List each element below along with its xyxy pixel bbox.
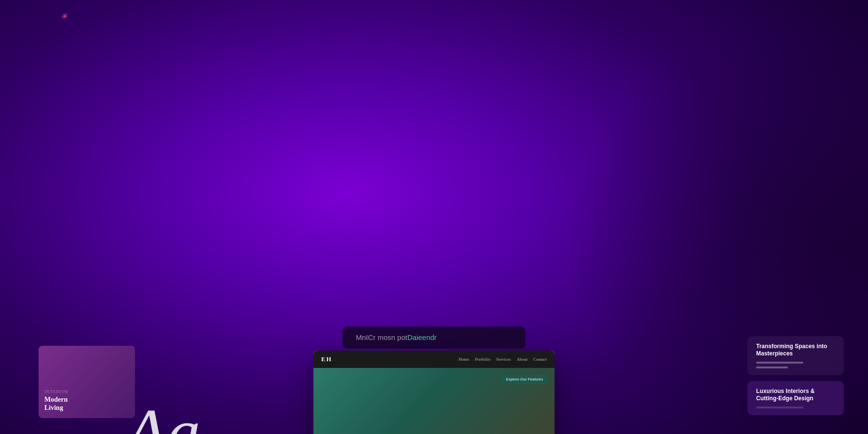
- right-card-1-title: Transforming Spaces into Masterpieces: [756, 343, 835, 358]
- mockup-header: EH Home Portfolio Services About Contact: [313, 351, 555, 368]
- search-bar[interactable]: MnICr mosn potDaieendr: [342, 326, 526, 349]
- right-card-1: Transforming Spaces into Masterpieces: [747, 336, 844, 375]
- left-card: INTERIOR ModernLiving: [39, 346, 135, 418]
- logo-star-icon: ✳: [60, 12, 68, 22]
- typography-aa: Aa: [125, 399, 201, 434]
- right-card-1-line: [756, 362, 803, 364]
- search-text: MnICr mosn potDaieendr: [356, 333, 437, 341]
- mockup-logo: EH: [321, 355, 332, 363]
- typography-preview: Aa 123: [125, 399, 201, 434]
- mockup-explore-button: Explore Our Features: [502, 375, 548, 384]
- left-card-category: INTERIOR: [44, 389, 129, 394]
- mockup-body: Explore Our Features DISCOVER YOUR DREAM…: [313, 368, 555, 434]
- right-card-2-title: Luxurious Interiors & Cutting-Edge Desig…: [756, 388, 835, 403]
- right-card-2-line: [756, 407, 803, 408]
- mockup-nav-home: Home: [459, 357, 469, 362]
- left-card-heading: ModernLiving: [44, 396, 129, 412]
- mockup-nav-contact: Contact: [533, 357, 547, 362]
- mockup-nav-portfolio: Portfolio: [475, 357, 490, 362]
- right-card-2: Luxurious Interiors & Cutting-Edge Desig…: [747, 381, 844, 415]
- left-preview-card: INTERIOR ModernLiving: [39, 346, 135, 418]
- mockup-nav: Home Portfolio Services About Contact: [459, 357, 547, 362]
- preview-section: MnICr mosn potDaieendr INTERIOR ModernLi…: [0, 326, 868, 434]
- right-cards: Transforming Spaces into Masterpieces Lu…: [747, 336, 844, 415]
- mockup-inner: EH Home Portfolio Services About Contact…: [313, 351, 555, 434]
- website-mockup: EH Home Portfolio Services About Contact…: [313, 351, 555, 434]
- right-card-1-line2: [756, 366, 788, 368]
- mockup-nav-services: Services: [496, 357, 511, 362]
- mockup-nav-about: About: [517, 357, 528, 362]
